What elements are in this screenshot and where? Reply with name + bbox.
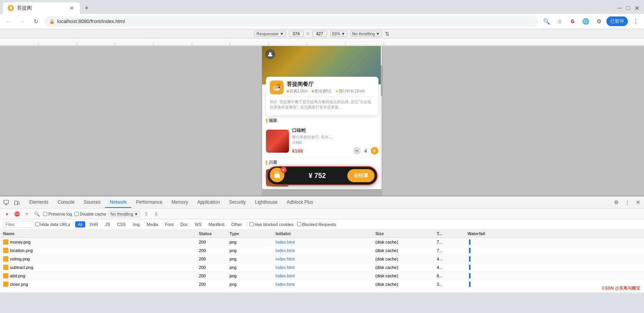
throttling-dropdown[interactable]: No throttling ▼	[109, 211, 140, 217]
tab-memory[interactable]: Memory	[167, 197, 193, 208]
tab-lighthouse[interactable]: Lighthouse	[250, 197, 282, 208]
new-tab-button[interactable]: +	[81, 3, 92, 13]
filter-tag-img[interactable]: Img	[130, 221, 142, 227]
throttle-select[interactable]: No throttling ▼	[350, 31, 382, 37]
col-status[interactable]: Status	[196, 231, 226, 236]
minimize-button[interactable]: ─	[617, 5, 623, 11]
tab-console[interactable]: Console	[53, 197, 79, 208]
hide-data-urls-checkbox[interactable]: Hide data URLs	[35, 222, 70, 227]
col-name[interactable]: Name	[0, 231, 196, 236]
inspect-icon[interactable]	[2, 198, 11, 207]
qty-minus-1[interactable]: −	[353, 147, 361, 155]
maximize-button[interactable]: □	[626, 5, 631, 11]
row-initiator: index.html	[272, 282, 372, 287]
more-options-icon[interactable]: ⋮	[623, 198, 632, 207]
blocked-requests-checkbox[interactable]: Blocked Requests	[297, 222, 336, 227]
height-input[interactable]	[312, 31, 327, 37]
tab-performance[interactable]: Performance	[131, 197, 167, 208]
waterfall-bar	[469, 273, 471, 278]
disable-cache-input[interactable]	[74, 212, 79, 216]
search-icon[interactable]: 🔍	[541, 16, 552, 27]
import-icon[interactable]: ⇧	[142, 210, 150, 218]
table-row[interactable]: nolmg.png 200 png index.html (disk cache…	[0, 255, 644, 263]
filter-tag-manifest[interactable]: Manifest	[206, 221, 227, 227]
category-bar	[266, 119, 267, 123]
col-type[interactable]: Type	[226, 231, 272, 236]
tab-security[interactable]: Security	[225, 197, 250, 208]
blocked-requests-input[interactable]	[297, 222, 301, 226]
stop-record-button[interactable]: ⛔	[13, 210, 21, 218]
disable-cache-checkbox[interactable]: Disable cache	[74, 212, 106, 216]
settings-icon[interactable]: ⚙	[612, 198, 621, 207]
initiator-link[interactable]: index.html	[276, 257, 295, 261]
device-toggle-icon[interactable]	[12, 198, 21, 207]
bookmark-icon[interactable]: ☆	[554, 16, 565, 27]
search-network-button[interactable]: 🔍	[33, 210, 41, 218]
table-row[interactable]: add.png 200 png index.html (disk cache) …	[0, 272, 644, 280]
initiator-link[interactable]: index.html	[276, 248, 295, 253]
col-time[interactable]: T...	[434, 231, 464, 236]
width-input[interactable]	[289, 31, 304, 37]
forward-button[interactable]: →	[17, 16, 28, 27]
qty-plus-1[interactable]: +	[371, 147, 378, 155]
table-row[interactable]: money.png 200 png index.html (disk cache…	[0, 238, 644, 246]
dimension-separator: ×	[307, 31, 309, 36]
profile-button[interactable]: 已暂停	[606, 16, 628, 26]
filter-tag-ws[interactable]: WS	[192, 221, 204, 227]
devtools-close-icon[interactable]: ✕	[633, 198, 642, 207]
filter-tag-js[interactable]: JS	[102, 221, 113, 227]
record-button[interactable]: ●	[3, 210, 11, 218]
filter-tag-all[interactable]: All	[75, 221, 85, 227]
url-bar[interactable]: 🔒 localhost:8080/front/index.html	[45, 16, 538, 27]
export-icon[interactable]: ⇩	[152, 210, 160, 218]
rotate-icon[interactable]: ⇅	[385, 31, 390, 37]
filter-tag-doc[interactable]: Doc	[178, 221, 191, 227]
extensions-icon[interactable]: ⚙	[593, 16, 604, 27]
tab-adblock-plus[interactable]: Adblock Plus	[282, 197, 318, 208]
has-blocked-cookies-input[interactable]	[249, 222, 254, 226]
table-row[interactable]: close.png 200 png index.html (disk cache…	[0, 280, 644, 288]
menu-item-row-1: 口味蛇 爬行界的扛把子, 东兴-... 月销0 ¥168 − 4 +	[266, 125, 378, 157]
initiator-link[interactable]: index.html	[276, 282, 295, 287]
filter-toggle-button[interactable]: ▿	[23, 210, 31, 218]
delivery-dot	[312, 90, 314, 92]
grammarly-icon[interactable]: G	[567, 16, 578, 27]
preserve-log-input[interactable]	[43, 212, 47, 216]
hide-data-urls-input[interactable]	[35, 222, 40, 226]
filter-tag-other[interactable]: Other	[229, 221, 245, 227]
checkout-button[interactable]: 去结算	[347, 169, 375, 182]
filter-input[interactable]	[3, 221, 34, 228]
initiator-link[interactable]: index.html	[276, 240, 295, 244]
delivery-fee-meta: 配送费6元	[312, 89, 332, 94]
scroll-indicator[interactable]	[381, 46, 382, 189]
distance-meta: 距离1.5km	[287, 89, 308, 94]
col-initiator[interactable]: Initiator	[272, 231, 372, 236]
refresh-button[interactable]: ↻	[31, 16, 41, 27]
has-blocked-cookies-checkbox[interactable]: Has blocked cookies	[249, 222, 293, 227]
col-size[interactable]: Size	[372, 231, 434, 236]
table-row[interactable]: location.png 200 png index.html (disk ca…	[0, 246, 644, 255]
translate-icon[interactable]: 🌐	[580, 16, 591, 27]
preserve-log-checkbox[interactable]: Preserve log	[43, 212, 72, 216]
zoom-select[interactable]: 83% ▼	[330, 31, 347, 37]
cart-bar[interactable]: 6 ¥ 752 去结算	[267, 166, 378, 185]
tab-network[interactable]: Network	[105, 197, 131, 208]
col-waterfall[interactable]: Waterfall	[464, 231, 644, 236]
tab-application[interactable]: Application	[193, 197, 225, 208]
active-tab[interactable]: 菩 菩提阁 ✕	[3, 2, 80, 14]
filter-tag-media[interactable]: Media	[144, 221, 161, 227]
filter-tag-xhr[interactable]: XHR	[87, 221, 101, 227]
responsive-select[interactable]: Responsive ▼	[254, 31, 286, 37]
back-button[interactable]: ←	[3, 16, 14, 27]
initiator-link[interactable]: index.html	[276, 273, 295, 278]
row-status: 200	[196, 265, 226, 270]
tab-elements[interactable]: Elements	[25, 197, 53, 208]
filter-tag-css[interactable]: CSS	[114, 221, 129, 227]
close-button[interactable]: ✕	[634, 5, 639, 11]
tab-close-button[interactable]: ✕	[68, 5, 75, 12]
initiator-link[interactable]: index.html	[276, 265, 295, 270]
filter-tag-font[interactable]: Font	[162, 221, 176, 227]
menu-icon[interactable]: ⋮	[630, 16, 641, 27]
tab-sources[interactable]: Sources	[79, 197, 105, 208]
table-row[interactable]: subtract.png 200 png index.html (disk ca…	[0, 263, 644, 272]
